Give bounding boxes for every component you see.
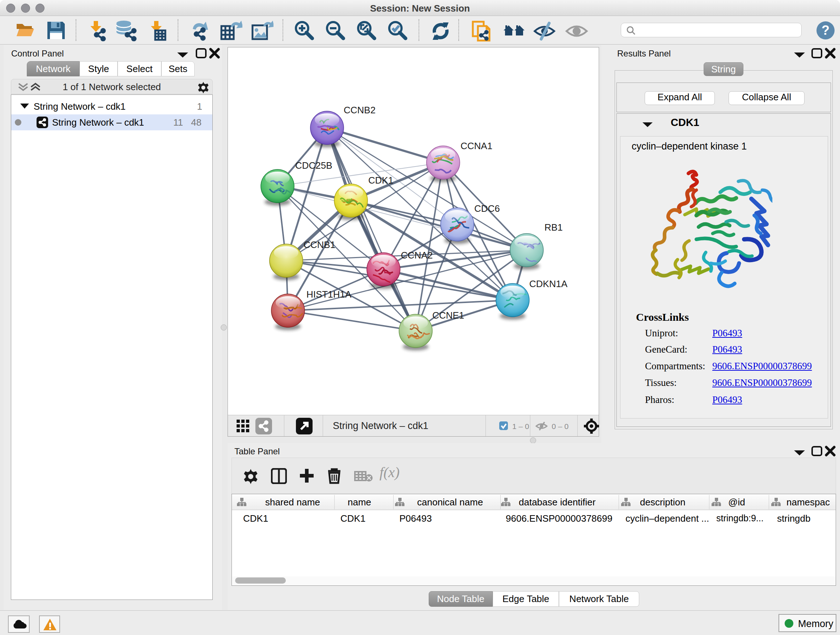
svg-text:CCNB2: CCNB2 [344, 105, 376, 116]
svg-text:CDC25B: CDC25B [295, 160, 332, 171]
svg-text:?: ? [821, 23, 829, 38]
svg-text:CCNA1: CCNA1 [461, 141, 493, 151]
svg-text:CCNA2: CCNA2 [401, 250, 433, 261]
svg-text:HIST1H1A: HIST1H1A [306, 289, 352, 300]
svg-text:CCNE1: CCNE1 [432, 310, 464, 321]
svg-text:CDKN1A: CDKN1A [529, 279, 568, 289]
svg-text:CDK1: CDK1 [368, 175, 393, 186]
svg-text:RB1: RB1 [545, 222, 563, 233]
svg-text:CCNB1: CCNB1 [303, 239, 335, 250]
svg-text:CDC6: CDC6 [474, 203, 500, 214]
